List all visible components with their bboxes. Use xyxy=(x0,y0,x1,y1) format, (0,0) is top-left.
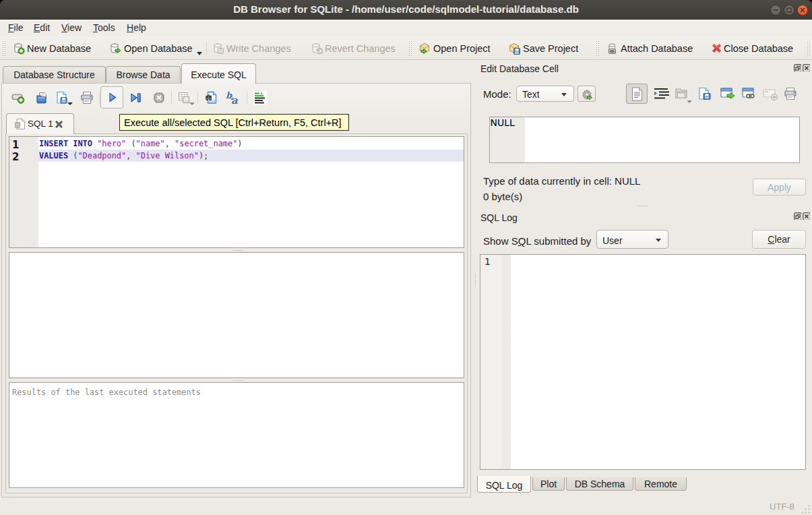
link-data-icon[interactable] xyxy=(741,87,757,102)
sql-log-view[interactable]: 1 xyxy=(480,254,806,470)
text-mode-toggle-button[interactable] xyxy=(626,84,648,104)
sql-code-line: INSERT INTO "hero" ("name", "secret_name… xyxy=(38,138,464,150)
dock-splitter-handle[interactable] xyxy=(638,205,649,207)
stop-icon[interactable] xyxy=(152,90,166,105)
close-database-icon xyxy=(711,42,723,55)
text-document-icon xyxy=(631,87,643,101)
sql-code-line-current: VALUES ("Deadpond", "Dive Wilson"); xyxy=(38,150,464,162)
sql-token: , xyxy=(165,139,175,148)
titlebar[interactable]: DB Browser for SQLite - /home/user/code/… xyxy=(0,0,812,20)
maximize-icon xyxy=(784,5,794,15)
menu-edit[interactable]: Edit xyxy=(34,22,50,33)
open-in-external-icon[interactable] xyxy=(720,87,736,102)
combobox-arrow-icon xyxy=(561,93,567,96)
toolbar-grip[interactable] xyxy=(596,40,599,57)
results-message-panel[interactable]: Results of the last executed statements xyxy=(9,382,464,488)
dock-float-icon[interactable] xyxy=(794,212,801,220)
print-cell-icon[interactable] xyxy=(783,86,798,101)
menu-view[interactable]: View xyxy=(61,22,82,33)
toolbar-grip[interactable] xyxy=(807,40,810,57)
dock-splitter-handle[interactable] xyxy=(474,273,476,286)
toolbar: New Database Open Database Write Changes… xyxy=(0,36,812,60)
mode-label: Mode: xyxy=(483,88,511,100)
toolbar-write-changes[interactable]: Write Changes xyxy=(226,43,291,54)
toolbar-grip[interactable] xyxy=(408,40,412,57)
save-results-dropdown-icon[interactable] xyxy=(189,102,195,105)
open-project-icon xyxy=(418,42,431,55)
execute-current-line-icon[interactable] xyxy=(129,90,144,105)
bottom-tab-sql-log[interactable]: SQL Log xyxy=(477,476,531,493)
window-title: DB Browser for SQLite - /home/user/code/… xyxy=(0,3,812,15)
sql-log-dock-title: SQL Log xyxy=(480,212,518,223)
import-dropdown-icon[interactable] xyxy=(687,100,692,103)
sql-token: "Dive Wilson" xyxy=(136,151,199,160)
apply-button[interactable]: Apply xyxy=(753,179,806,195)
toolbar-grip[interactable] xyxy=(2,40,5,57)
save-sql-dropdown-icon[interactable] xyxy=(67,102,73,105)
resize-grip-icon[interactable] xyxy=(801,504,811,514)
bottom-tab-db-schema[interactable]: DB Schema xyxy=(566,477,633,491)
execute-all-button[interactable] xyxy=(100,86,123,109)
toolbar-close-database[interactable]: Close Database xyxy=(724,43,793,54)
toolbar-attach-database[interactable]: Attach Database xyxy=(621,43,693,54)
null-value-icon[interactable] xyxy=(763,89,779,101)
menubar: File Edit View Tools Help xyxy=(0,20,812,36)
tab-browse-data[interactable]: Browse Data xyxy=(106,66,181,83)
sql-toolbar-separator xyxy=(171,92,172,104)
execute-all-icon xyxy=(101,87,123,108)
toolbar-separator xyxy=(206,42,207,55)
cell-editor[interactable]: NULL xyxy=(489,117,800,163)
indent-mode-icon[interactable] xyxy=(654,88,670,101)
close-icon xyxy=(798,5,807,15)
toolbar-open-database[interactable]: Open Database xyxy=(124,43,193,54)
line-number: 1 xyxy=(12,139,27,151)
tab-database-structure[interactable]: Database Structure xyxy=(3,66,106,83)
toolbar-open-project[interactable]: Open Project xyxy=(433,43,491,54)
menu-help[interactable]: Help xyxy=(127,22,146,33)
revert-changes-icon xyxy=(311,42,323,55)
maximize-button[interactable] xyxy=(784,5,794,16)
open-database-dropdown-icon[interactable] xyxy=(197,52,202,55)
sql-document-tab[interactable]: SQL 1 xyxy=(6,113,74,134)
show-sql-label: Show SQL submitted by xyxy=(483,235,591,247)
import-data-icon[interactable] xyxy=(674,86,689,101)
menu-file[interactable]: File xyxy=(8,22,24,33)
sql-editor[interactable]: 1 2 INSERT INTO "hero" ("name", "secret_… xyxy=(9,136,464,248)
print-icon[interactable] xyxy=(80,90,94,105)
dock-close-icon[interactable] xyxy=(803,212,810,220)
find-in-sql-icon[interactable] xyxy=(204,90,219,105)
toolbar-save-project[interactable]: Save Project xyxy=(523,43,578,54)
mode-combobox-value: Text xyxy=(522,89,540,100)
cell-value: NULL xyxy=(491,117,515,128)
export-data-icon[interactable] xyxy=(697,86,712,101)
tooltip: Execute all/selected SQL [Ctrl+Return, F… xyxy=(119,114,349,131)
splitter-handle[interactable] xyxy=(232,249,243,251)
splitter-handle[interactable] xyxy=(232,380,243,382)
import-in-mode-button[interactable] xyxy=(577,86,596,102)
toolbar-new-database[interactable]: New Database xyxy=(27,43,91,54)
sql-token: "secret_name" xyxy=(175,139,237,148)
toolbar-revert-changes[interactable]: Revert Changes xyxy=(325,43,396,54)
statusbar-encoding: UTF-8 xyxy=(770,502,794,512)
results-table-panel xyxy=(9,252,464,378)
clear-button[interactable]: Clear xyxy=(752,230,806,249)
new-sql-tab-icon[interactable] xyxy=(11,90,26,105)
open-sql-file-icon[interactable] xyxy=(35,90,50,105)
bottom-tab-plot[interactable]: Plot xyxy=(532,477,565,491)
line-number: 2 xyxy=(12,151,27,163)
close-button[interactable] xyxy=(797,5,808,16)
dock-close-icon[interactable] xyxy=(803,64,810,71)
log-fold-margin xyxy=(501,255,511,469)
minimize-button[interactable] xyxy=(770,5,781,16)
sql-token: ( xyxy=(126,139,135,148)
auto-format-icon[interactable]: b a xyxy=(226,90,241,105)
show-sql-label-part: Show S xyxy=(483,235,518,247)
mode-combobox[interactable]: Text xyxy=(516,86,574,102)
sql-tab-close-icon[interactable] xyxy=(54,119,64,129)
menu-tools[interactable]: Tools xyxy=(93,22,115,33)
bottom-tab-remote[interactable]: Remote xyxy=(635,477,687,491)
word-wrap-lines-icon[interactable] xyxy=(253,90,268,105)
dock-float-icon[interactable] xyxy=(794,64,801,71)
tab-execute-sql[interactable]: Execute SQL xyxy=(181,63,256,84)
sql-log-filter-combobox[interactable]: User xyxy=(596,230,668,249)
